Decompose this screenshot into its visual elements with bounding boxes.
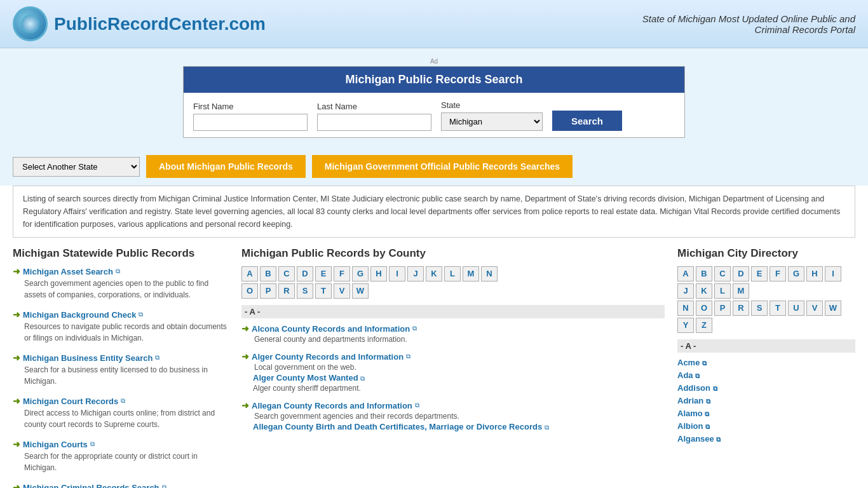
city-link-ada[interactable]: Ada ⧉ <box>677 370 855 380</box>
city-letter-D[interactable]: D <box>733 266 749 281</box>
letter-N[interactable]: N <box>481 266 498 281</box>
arrow-icon: ➜ <box>13 439 20 449</box>
tagline: State of Michigan Most Updated Online Pu… <box>642 13 855 35</box>
city-letter-Z[interactable]: Z <box>696 318 712 333</box>
ext-icon: ⧉ <box>139 311 143 318</box>
letter-I[interactable]: I <box>389 266 405 281</box>
letter-G[interactable]: G <box>352 266 369 281</box>
letter-J[interactable]: J <box>407 266 424 281</box>
search-button[interactable]: Search <box>552 111 622 131</box>
state-select[interactable]: Michigan <box>441 112 543 131</box>
record-link[interactable]: Michigan Court Records <box>23 396 118 406</box>
city-letter-H[interactable]: H <box>806 266 823 281</box>
logo-area: PublicRecordCenter.com <box>13 6 266 41</box>
letter-R[interactable]: R <box>278 283 295 299</box>
city-letter-V[interactable]: V <box>806 301 823 316</box>
mid-section-label: - A - <box>241 305 665 318</box>
gov-records-button[interactable]: Michigan Government Official Public Reco… <box>312 155 573 178</box>
first-name-input[interactable] <box>193 114 308 131</box>
county-link[interactable]: Allegan County Records and Information <box>252 401 412 410</box>
search-fields: First Name Last Name State Michigan Sear… <box>184 93 684 131</box>
city-link-albion[interactable]: Albion ⧉ <box>677 421 855 431</box>
main-content: Michigan Statewide Public Records ➜ Mich… <box>0 247 868 488</box>
city-link-algansee[interactable]: Algansee ⧉ <box>677 434 855 444</box>
city-letter-I[interactable]: I <box>825 266 841 281</box>
record-link[interactable]: Michigan Criminal Records Search <box>23 483 159 489</box>
county-sub-link[interactable]: Alger County Most Wanted <box>253 373 358 383</box>
ext-icon: ⧉ <box>90 440 95 448</box>
letter-M[interactable]: M <box>463 266 479 281</box>
city-letter-J[interactable]: J <box>677 283 694 299</box>
letter-D[interactable]: D <box>297 266 313 281</box>
list-item: ➜ Michigan Court Records ⧉ Direct access… <box>13 396 229 430</box>
city-letter-Y[interactable]: Y <box>677 318 694 333</box>
letter-L[interactable]: L <box>444 266 461 281</box>
record-desc: Direct access to Michigan courts online;… <box>13 407 229 430</box>
city-link-addison[interactable]: Addison ⧉ <box>677 383 855 393</box>
arrow-icon: ➜ <box>241 323 249 334</box>
record-link[interactable]: Michigan Business Entity Search <box>23 353 153 363</box>
letter-B[interactable]: B <box>260 266 276 281</box>
city-letter-F[interactable]: F <box>770 266 786 281</box>
city-link-alamo[interactable]: Alamo ⧉ <box>677 409 855 418</box>
city-letter-O[interactable]: O <box>696 301 712 316</box>
city-letter-S[interactable]: S <box>751 301 768 316</box>
letter-O[interactable]: O <box>241 283 258 299</box>
letter-F[interactable]: F <box>334 266 350 281</box>
logo-text[interactable]: PublicRecordCenter.com <box>54 14 266 34</box>
letter-T[interactable]: T <box>315 283 332 299</box>
letter-E[interactable]: E <box>315 266 332 281</box>
letter-A[interactable]: A <box>241 266 258 281</box>
city-letter-grid-row2: N O P R S T U V W Y Z <box>677 301 855 333</box>
county-desc: Search government agencies and their rec… <box>241 410 665 422</box>
mid-col-heading: Michigan Public Records by County <box>241 247 665 260</box>
last-name-group: Last Name <box>317 102 431 131</box>
list-item: ➜ Michigan Criminal Records Search ⧉ <box>13 482 229 488</box>
city-letter-B[interactable]: B <box>696 266 712 281</box>
city-letter-W[interactable]: W <box>825 301 841 316</box>
arrow-icon: ➜ <box>13 266 20 276</box>
city-letter-K[interactable]: K <box>696 283 712 299</box>
right-col: Michigan City Directory A B C D E F G H … <box>677 247 855 488</box>
arrow-icon: ➜ <box>241 400 249 410</box>
record-link[interactable]: Michigan Background Check <box>23 310 136 320</box>
ext-icon: ⧉ <box>406 353 410 360</box>
city-letter-C[interactable]: C <box>714 266 731 281</box>
letter-V[interactable]: V <box>334 283 350 299</box>
county-link[interactable]: Alger County Records and Information <box>252 352 403 362</box>
city-letter-M[interactable]: M <box>733 283 749 299</box>
record-link[interactable]: Michigan Asset Search <box>23 267 113 276</box>
letter-P[interactable]: P <box>260 283 276 299</box>
city-letter-N[interactable]: N <box>677 301 694 316</box>
state-dropdown[interactable]: Select Another State <box>13 157 140 177</box>
letter-K[interactable]: K <box>426 266 442 281</box>
search-box-title: Michigan Public Records Search <box>184 67 684 93</box>
ext-icon: ⧉ <box>716 436 721 443</box>
letter-C[interactable]: C <box>278 266 295 281</box>
city-letter-T[interactable]: T <box>770 301 786 316</box>
city-letter-G[interactable]: G <box>788 266 804 281</box>
county-link[interactable]: Alcona County Records and Information <box>252 324 410 334</box>
letter-S[interactable]: S <box>297 283 313 299</box>
city-letter-A[interactable]: A <box>677 266 694 281</box>
county-item: ➜ Alger County Records and Information ⧉… <box>241 351 665 394</box>
record-link[interactable]: Michigan Courts <box>23 440 88 449</box>
letter-H[interactable]: H <box>370 266 387 281</box>
about-michigan-button[interactable]: About Michigan Public Records <box>146 155 306 178</box>
city-link-acme[interactable]: Acme ⧉ <box>677 358 855 367</box>
city-letter-L[interactable]: L <box>714 283 731 299</box>
city-letter-U[interactable]: U <box>788 301 804 316</box>
city-letter-R[interactable]: R <box>733 301 749 316</box>
city-letter-E[interactable]: E <box>751 266 768 281</box>
tagline-line2: Criminal Records Portal <box>642 24 855 35</box>
last-name-input[interactable] <box>317 114 431 131</box>
record-desc: Resources to navigate public records and… <box>13 321 229 344</box>
city-letter-P[interactable]: P <box>714 301 731 316</box>
ad-label: Ad <box>430 58 438 65</box>
letter-W[interactable]: W <box>352 283 369 299</box>
city-link-adrian[interactable]: Adrian ⧉ <box>677 396 855 405</box>
mid-col: Michigan Public Records by County A B C … <box>229 247 677 488</box>
county-sub-link[interactable]: Allegan County Birth and Death Certifica… <box>253 422 542 431</box>
ext-icon: ⧉ <box>705 410 709 417</box>
city-letter-grid-row1: A B C D E F G H I J K L M <box>677 266 855 299</box>
